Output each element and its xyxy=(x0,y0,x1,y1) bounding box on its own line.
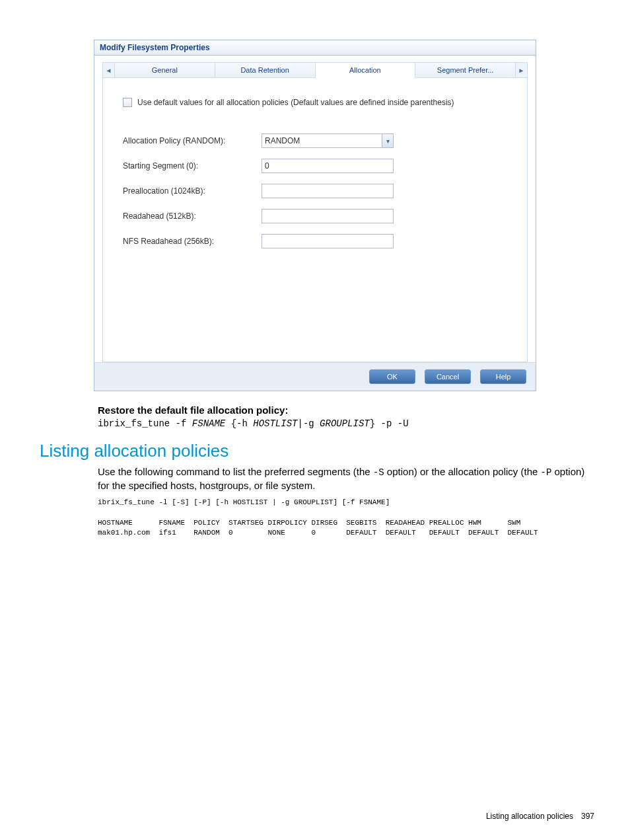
arrow-right-icon: ► xyxy=(518,67,525,74)
modify-filesystem-dialog: Modify Filesystem Properties ◄ General D… xyxy=(94,40,536,391)
section-heading-listing: Listing allocation policies xyxy=(40,441,590,461)
alloc-policy-dropdown-button[interactable]: ▾ xyxy=(382,134,394,148)
cancel-button[interactable]: Cancel xyxy=(425,369,471,384)
arrow-left-icon: ◄ xyxy=(106,67,112,74)
listing-body-text: Use the following command to list the pr… xyxy=(98,465,590,492)
starting-segment-input[interactable] xyxy=(262,159,394,173)
dialog-title: Modify Filesystem Properties xyxy=(94,40,536,56)
nfs-readahead-label: NFS Readahead (256kB): xyxy=(123,237,262,246)
alloc-policy-input[interactable] xyxy=(262,134,382,148)
listing-command-block: ibrix_fs_tune -l [-S] [-P] [-h HOSTLIST … xyxy=(98,498,590,539)
chevron-down-icon: ▾ xyxy=(386,137,390,145)
use-defaults-checkbox[interactable] xyxy=(123,98,132,107)
tab-data-retention[interactable]: Data Retention xyxy=(215,62,316,78)
tab-scroll-right[interactable]: ► xyxy=(516,62,528,78)
alloc-policy-label: Allocation Policy (RANDOM): xyxy=(123,136,262,145)
tab-segment-prefer[interactable]: Segment Prefer... xyxy=(415,62,516,78)
alloc-policy-combo[interactable]: ▾ xyxy=(262,134,394,148)
restore-heading: Restore the default file allocation poli… xyxy=(98,404,590,416)
tab-allocation[interactable]: Allocation xyxy=(316,62,416,78)
tab-scroll-left[interactable]: ◄ xyxy=(102,62,114,78)
tab-general[interactable]: General xyxy=(114,62,215,78)
help-button[interactable]: Help xyxy=(480,369,526,384)
ok-button[interactable]: OK xyxy=(369,369,415,384)
prealloc-input[interactable] xyxy=(262,184,394,198)
prealloc-label: Preallocation (1024kB): xyxy=(123,186,262,196)
restore-command: ibrix_fs_tune -f FSNAME {-h HOSTLIST|-g … xyxy=(98,418,590,429)
dialog-footer: OK Cancel Help xyxy=(94,362,536,391)
readahead-input[interactable] xyxy=(262,209,394,223)
tab-content-allocation: Use default values for all allocation po… xyxy=(102,78,528,362)
starting-segment-label: Starting Segment (0): xyxy=(123,161,262,171)
tab-bar: ◄ General Data Retention Allocation Segm… xyxy=(102,62,528,78)
nfs-readahead-input[interactable] xyxy=(262,234,394,248)
readahead-label: Readahead (512kB): xyxy=(123,211,262,221)
use-defaults-label: Use default values for all allocation po… xyxy=(137,98,454,107)
